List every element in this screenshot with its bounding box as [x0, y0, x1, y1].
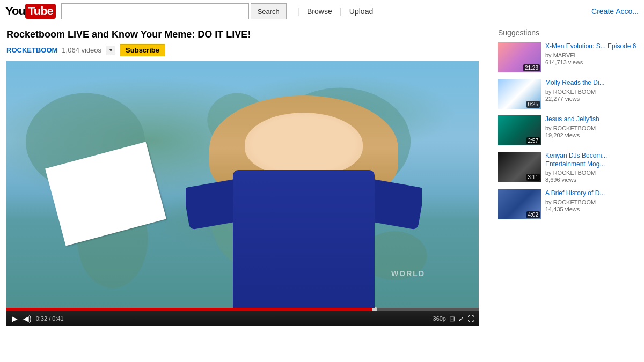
person-silhouette [186, 95, 422, 308]
play-button[interactable]: ▶ [11, 314, 19, 323]
channel-link[interactable]: ROCKETBOOM [6, 46, 57, 54]
body [233, 170, 375, 308]
upload-link[interactable]: Upload [349, 7, 373, 16]
screen-button[interactable]: ⊡ [449, 315, 455, 323]
expand-button[interactable]: ⤢ [458, 315, 464, 323]
suggestions-list: 21:23X-Men Evolution: S... Episode 6by M… [498, 42, 638, 219]
thumb-duration: 2:57 [526, 137, 540, 144]
search-input[interactable] [61, 3, 249, 19]
thumb-duration: 3:11 [526, 174, 540, 181]
suggestion-info: Molly Reads the Di...by ROCKETBOOM22,277… [545, 79, 638, 109]
suggestion-item[interactable]: 0:25Molly Reads the Di...by ROCKETBOOM22… [498, 79, 638, 109]
suggestion-by: by ROCKETBOOM [545, 88, 638, 95]
suggestion-views: 614,713 views [545, 59, 638, 65]
suggestion-views: 14,435 views [545, 206, 638, 212]
channel-bar: ROCKETBOOM 1,064 videos ▾ Subscribe [6, 44, 489, 56]
search-button[interactable]: Search [251, 3, 287, 19]
suggestion-info: X-Men Evolution: S... Episode 6by MARVEL… [545, 42, 638, 72]
world-text-overlay: WORLD [391, 269, 425, 278]
suggestion-info: A Brief History of D...by ROCKETBOOM14,4… [545, 189, 638, 219]
suggestion-info: Kenyan DJs Becom... Entertainment Mog...… [545, 152, 638, 183]
suggestion-title-link[interactable]: Molly Reads the Di... [545, 79, 638, 87]
suggestion-views: 19,202 views [545, 132, 638, 138]
suggestion-by: by MARVEL [545, 52, 638, 58]
quality-button[interactable]: 360p [433, 315, 446, 322]
suggestion-title-link[interactable]: Kenyan DJs Becom... Entertainment Mog... [545, 152, 638, 168]
suggestion-item[interactable]: 3:11Kenyan DJs Becom... Entertainment Mo… [498, 152, 638, 183]
subscribe-button[interactable]: Subscribe [120, 44, 165, 56]
video-controls: ▶ ◀) 0:32 / 0:41 360p ⊡ ⤢ ⛶ [6, 311, 479, 326]
left-column: Rocketboom LIVE and Know Your Meme: DO I… [6, 28, 489, 326]
channel-dropdown-icon[interactable]: ▾ [106, 46, 115, 55]
video-count: 1,064 videos [62, 46, 101, 54]
fullscreen-button[interactable]: ⛶ [467, 315, 474, 323]
video-title: Rocketboom LIVE and Know Your Meme: DO I… [6, 28, 489, 41]
volume-button[interactable]: ◀) [22, 314, 33, 323]
suggestion-item[interactable]: 21:23X-Men Evolution: S... Episode 6by M… [498, 42, 638, 72]
suggestion-views: 22,277 views [545, 95, 638, 102]
header-nav: | Browse | Upload [297, 6, 373, 16]
face [245, 113, 363, 176]
suggestion-by: by ROCKETBOOM [545, 125, 638, 131]
thumb-duration: 0:25 [526, 101, 540, 108]
create-account-link[interactable]: Create Acco... [591, 7, 639, 16]
video-player[interactable]: WORLD ▶ ◀) 0:32 / 0:41 360p ⊡ ⤢ [6, 61, 479, 326]
nav-divider-1: | [297, 6, 299, 16]
logo-tube: Tube [25, 4, 56, 19]
suggestion-by: by ROCKETBOOM [545, 169, 638, 176]
suggestion-info: Jesus and Jellyfishby ROCKETBOOM19,202 v… [545, 115, 638, 145]
logo-you: You [5, 4, 25, 18]
suggestion-item[interactable]: 4:02A Brief History of D...by ROCKETBOOM… [498, 189, 638, 219]
browse-link[interactable]: Browse [307, 7, 332, 16]
search-bar: Search [61, 3, 287, 19]
suggestion-title-link[interactable]: X-Men Evolution: S... Episode 6 [545, 42, 638, 51]
suggestions-panel: Suggestions 21:23X-Men Evolution: S... E… [498, 28, 638, 326]
header: YouTube Search | Browse | Upload Create … [0, 0, 644, 23]
suggestion-thumbnail: 21:23 [498, 42, 541, 72]
thumb-duration: 21:23 [523, 64, 540, 71]
suggestion-thumbnail: 4:02 [498, 189, 541, 219]
main-content: Rocketboom LIVE and Know Your Meme: DO I… [0, 23, 644, 331]
suggestion-by: by ROCKETBOOM [545, 199, 638, 205]
nav-divider-2: | [340, 6, 342, 16]
suggestion-item[interactable]: 2:57Jesus and Jellyfishby ROCKETBOOM19,2… [498, 115, 638, 145]
video-frame: WORLD [6, 61, 479, 326]
youtube-logo[interactable]: YouTube [5, 4, 56, 19]
suggestion-thumbnail: 3:11 [498, 152, 541, 182]
suggestions-heading: Suggestions [498, 28, 638, 37]
time-display: 0:32 / 0:41 [36, 315, 64, 322]
thumb-duration: 4:02 [526, 211, 540, 218]
total-time: 0:41 [52, 315, 63, 322]
suggestion-thumbnail: 2:57 [498, 115, 541, 145]
suggestion-title-link[interactable]: A Brief History of D... [545, 189, 638, 198]
suggestion-views: 8,696 views [545, 176, 638, 183]
current-time: 0:32 [36, 315, 47, 322]
suggestion-title-link[interactable]: Jesus and Jellyfish [545, 115, 638, 124]
suggestion-thumbnail: 0:25 [498, 79, 541, 109]
